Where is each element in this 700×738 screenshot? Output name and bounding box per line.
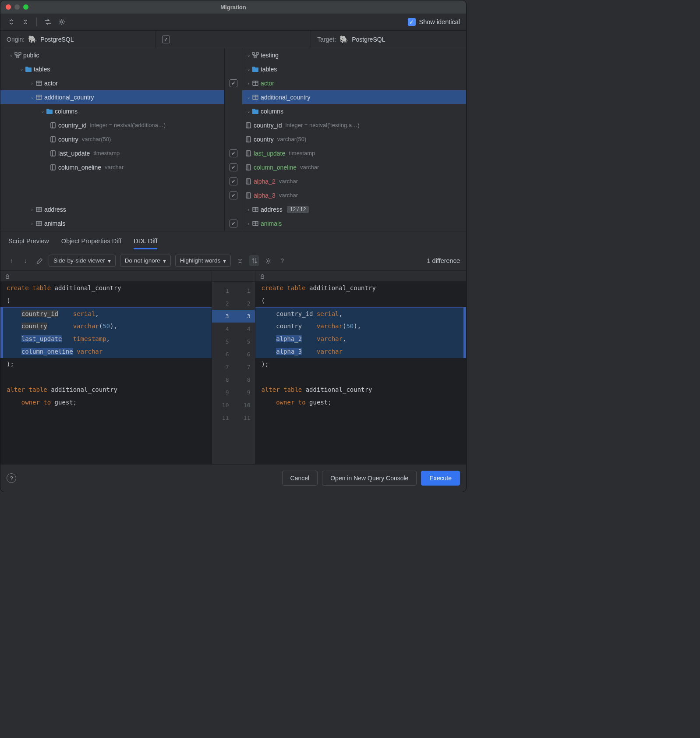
tab[interactable]: Script Preview <box>8 238 49 249</box>
target-db-name: PostgreSQL <box>352 36 385 43</box>
tree-row[interactable]: last_updatetimestamp <box>0 146 224 160</box>
origin-label: Origin: <box>7 36 25 43</box>
svg-rect-7 <box>51 137 55 142</box>
tree-row-schema[interactable]: ⌄ public <box>0 48 224 62</box>
help-diff-icon[interactable]: ? <box>277 257 287 264</box>
tree-row[interactable]: last_updatetimestamp <box>242 146 466 160</box>
code-line: alpha_2 varchar, <box>255 333 467 345</box>
code-line: country_id serial, <box>0 307 212 320</box>
header-checkbox[interactable] <box>162 35 170 43</box>
diff-count: 1 difference <box>427 257 460 264</box>
row-checkbox[interactable] <box>230 79 237 87</box>
svg-rect-18 <box>246 123 251 128</box>
tree-row[interactable]: › animals <box>0 216 224 231</box>
tree-row[interactable]: alpha_2varchar <box>242 174 466 188</box>
tree-row[interactable]: column_onelinevarchar <box>0 160 224 174</box>
show-identical-checkbox[interactable]: ✓ Show identical <box>408 18 460 26</box>
tree-row[interactable]: › animals <box>242 216 466 231</box>
svg-rect-28 <box>6 276 9 278</box>
next-diff-icon[interactable]: ↓ <box>21 257 30 264</box>
cancel-button[interactable]: Cancel <box>282 471 318 486</box>
tree-row-tables[interactable]: ⌄ tables <box>0 62 224 76</box>
target-header: Target: 🐘 PostgreSQL <box>311 31 466 48</box>
expand-all-icon[interactable] <box>7 17 16 27</box>
target-tree[interactable]: ⌄ testing⌄ tables› actor⌄ additional_cou… <box>242 48 466 231</box>
tree-row-empty <box>0 174 224 188</box>
tree-row-schema[interactable]: ⌄ testing <box>242 48 466 62</box>
sync-scroll-icon[interactable] <box>249 255 259 266</box>
svg-rect-29 <box>261 276 264 278</box>
tree-row[interactable]: › actor <box>242 76 466 90</box>
gutter-right: 1234567891011 <box>233 282 255 465</box>
tree-row[interactable]: › address12 / 12 <box>242 202 466 216</box>
tree-row[interactable]: › address <box>0 202 224 216</box>
help-icon[interactable]: ? <box>7 473 16 483</box>
svg-rect-20 <box>246 151 251 156</box>
tree-row[interactable]: ⌄ columns <box>0 104 224 118</box>
row-checkbox[interactable] <box>230 149 237 157</box>
tree-row[interactable]: ⌄ additional_country <box>242 90 466 104</box>
code-line <box>0 371 212 383</box>
prev-diff-icon[interactable]: ↑ <box>7 257 16 264</box>
row-checkbox[interactable] <box>230 177 237 185</box>
postgres-icon: 🐘 <box>339 35 348 43</box>
code-line: column_oneline varchar <box>0 345 212 358</box>
row-checkbox-empty <box>225 118 242 132</box>
code-line: create table additional_country <box>0 282 212 294</box>
code-line: alter table additional_country <box>255 383 467 396</box>
row-checkbox-empty <box>225 104 242 118</box>
swap-icon[interactable] <box>43 17 53 27</box>
collapse-all-icon[interactable] <box>21 17 30 27</box>
svg-rect-2 <box>19 53 21 54</box>
lock-right <box>255 271 467 281</box>
tab[interactable]: Object Properties Diff <box>61 238 122 249</box>
execute-button[interactable]: Execute <box>421 471 460 486</box>
collapse-unchanged-icon[interactable] <box>235 257 245 264</box>
code-line: ); <box>255 358 467 371</box>
code-line: ( <box>255 294 467 307</box>
tree-row[interactable]: ⌄ additional_country <box>0 90 224 104</box>
edit-icon[interactable] <box>35 257 44 264</box>
row-checkbox[interactable] <box>230 192 237 199</box>
tree-row[interactable]: countryvarchar(50) <box>242 132 466 146</box>
tree-row-tables[interactable]: ⌄ tables <box>242 62 466 76</box>
viewer-mode-select[interactable]: Side-by-side viewer ▾ <box>49 255 116 267</box>
tabs: Script PreviewObject Properties DiffDDL … <box>0 231 466 251</box>
window-minimize-button[interactable] <box>14 4 20 10</box>
open-console-button[interactable]: Open in New Query Console <box>322 471 417 486</box>
check-column <box>224 48 242 231</box>
row-checkbox[interactable] <box>230 220 237 227</box>
window-close-button[interactable] <box>6 4 11 10</box>
svg-rect-8 <box>51 151 55 156</box>
gutter-left: 1234567891011 <box>212 282 233 465</box>
code-line: last_update timestamp, <box>0 333 212 345</box>
tree-row[interactable]: countryvarchar(50) <box>0 132 224 146</box>
postgres-icon: 🐘 <box>28 35 37 43</box>
ignore-select[interactable]: Do not ignore ▾ <box>120 255 171 267</box>
tree-row[interactable]: country_idinteger = nextval('additiona…) <box>0 118 224 132</box>
settings-icon[interactable] <box>57 17 67 27</box>
tab[interactable]: DDL Diff <box>134 238 157 249</box>
row-checkbox[interactable] <box>230 163 237 171</box>
tree-row-empty <box>0 188 224 202</box>
tree-row[interactable]: alpha_3varchar <box>242 188 466 202</box>
code-line <box>0 409 212 422</box>
tree-row[interactable]: › actor <box>0 76 224 90</box>
code-line: ); <box>0 358 212 371</box>
code-line <box>255 371 467 383</box>
row-checkbox-empty <box>225 90 242 104</box>
origin-tree[interactable]: ⌄ public⌄ tables› actor⌄ additional_coun… <box>0 48 224 231</box>
svg-rect-9 <box>51 165 55 170</box>
target-label: Target: <box>317 36 336 43</box>
tree-row[interactable]: country_idinteger = nextval('testing.a…) <box>242 118 466 132</box>
tree-row[interactable]: column_onelinevarchar <box>242 160 466 174</box>
diff-settings-icon[interactable] <box>263 257 273 264</box>
highlight-select[interactable]: Highlight words ▾ <box>175 255 231 267</box>
window-maximize-button[interactable] <box>23 4 28 10</box>
code-left[interactable]: create table additional_country( country… <box>0 282 212 465</box>
code-right[interactable]: create table additional_country( country… <box>255 282 467 465</box>
titlebar: Migration <box>0 0 466 14</box>
checkbox-checked-icon: ✓ <box>408 18 416 26</box>
tree-row[interactable]: ⌄ columns <box>242 104 466 118</box>
diff-marker <box>463 307 466 358</box>
